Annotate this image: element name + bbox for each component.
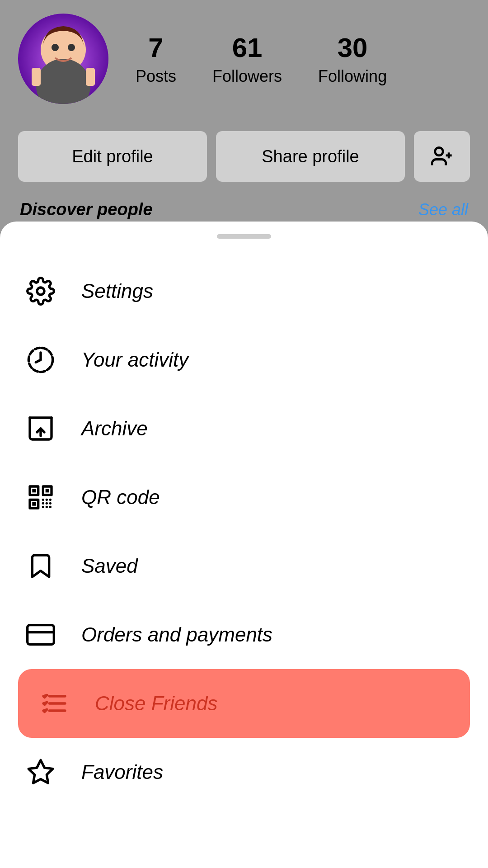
close-friends-icon — [36, 685, 72, 722]
followers-stat[interactable]: 61 Followers — [212, 32, 282, 86]
svg-point-4 — [68, 44, 75, 51]
svg-rect-6 — [86, 68, 95, 86]
saved-label: Saved — [81, 555, 138, 577]
see-all-link[interactable]: See all — [418, 200, 468, 219]
svg-rect-5 — [32, 68, 41, 86]
svg-marker-40 — [43, 709, 47, 712]
posts-count: 7 — [148, 32, 163, 63]
bottom-sheet: Settings Your activity Archive — [0, 222, 488, 868]
menu-item-favorites[interactable]: Favorites — [23, 738, 465, 807]
menu-item-qr[interactable]: QR code — [23, 463, 465, 532]
qr-label: QR code — [81, 486, 160, 509]
profile-section: 7 Posts 61 Followers 30 Following Edit p… — [0, 0, 488, 253]
favorites-label: Favorites — [81, 761, 163, 783]
edit-profile-button[interactable]: Edit profile — [18, 131, 207, 182]
discover-label: Discover people — [20, 200, 153, 219]
avatar[interactable] — [18, 14, 108, 104]
qr-icon — [23, 479, 59, 515]
svg-rect-21 — [32, 489, 36, 492]
svg-marker-38 — [43, 695, 47, 697]
svg-marker-41 — [28, 760, 52, 783]
svg-rect-23 — [32, 502, 36, 506]
menu-item-archive[interactable]: Archive — [23, 394, 465, 463]
favorites-icon — [23, 754, 59, 790]
svg-point-7 — [435, 148, 443, 156]
followers-label: Followers — [212, 67, 282, 86]
following-count: 30 — [338, 32, 368, 63]
add-person-button[interactable] — [414, 131, 470, 182]
svg-point-16 — [37, 288, 44, 295]
svg-point-3 — [52, 44, 59, 51]
activity-icon — [23, 342, 59, 378]
saved-icon — [23, 548, 59, 584]
following-stat[interactable]: 30 Following — [318, 32, 387, 86]
archive-icon — [23, 410, 59, 447]
orders-icon — [23, 617, 59, 653]
archive-label: Archive — [81, 417, 148, 440]
menu-item-activity[interactable]: Your activity — [23, 326, 465, 394]
orders-label: Orders and payments — [81, 623, 272, 646]
menu-item-saved[interactable]: Saved — [23, 532, 465, 600]
menu-item-close-friends[interactable]: Close Friends — [18, 669, 470, 738]
settings-label: Settings — [81, 280, 153, 302]
followers-count: 61 — [232, 32, 263, 63]
close-friends-label: Close Friends — [95, 692, 217, 715]
svg-marker-39 — [43, 702, 47, 704]
following-label: Following — [318, 67, 387, 86]
settings-icon — [23, 273, 59, 309]
share-profile-button[interactable]: Share profile — [216, 131, 405, 182]
stats-row: 7 Posts 61 Followers 30 Following — [136, 32, 387, 86]
posts-label: Posts — [136, 67, 176, 86]
svg-rect-33 — [28, 625, 54, 645]
sheet-handle — [217, 234, 271, 239]
posts-stat[interactable]: 7 Posts — [136, 32, 176, 86]
svg-rect-22 — [46, 489, 49, 492]
activity-label: Your activity — [81, 349, 188, 371]
menu-item-orders[interactable]: Orders and payments — [23, 600, 465, 669]
menu-item-settings[interactable]: Settings — [23, 257, 465, 326]
